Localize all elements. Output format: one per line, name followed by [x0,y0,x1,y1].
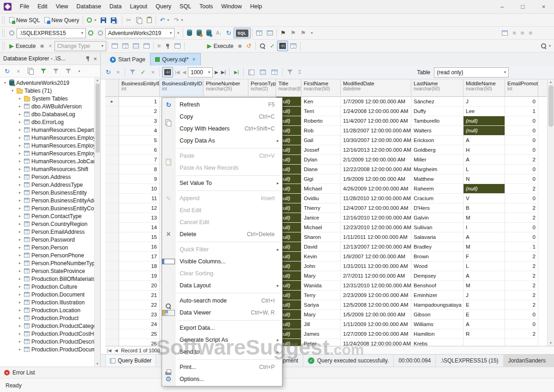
cancel-button[interactable]: × [46,41,54,51]
prev-bookmark-button[interactable]: ⚑ [298,28,308,38]
cell-last-name[interactable]: Duffy [411,107,464,116]
cell-business-entity-id[interactable]: 3 [119,116,160,126]
grid-vertical-scrollbar[interactable]: ▲ ▼ [547,79,554,346]
cell-email-promotion[interactable]: 2 [505,261,538,271]
cell-email-promotion[interactable]: 1 [505,107,538,116]
cell-business-entity-id[interactable]: 22 [119,300,160,310]
cell-business-entity-id[interactable]: 18 [119,261,160,271]
cell-modified-date[interactable]: 12/4/2007 12:00:00.000 AM [341,203,411,213]
database-refresh-button[interactable] [194,28,204,38]
discard-changes-button[interactable]: × [149,67,157,77]
cell-middle-name[interactable]: A [464,320,505,329]
cell-last-name[interactable]: Wood [411,261,464,271]
tree-item-person-countryregion[interactable]: ▸ Person.CountryRegion [0,220,95,228]
bookmark-dropdown-button[interactable]: ▾ [308,28,315,38]
cell-email-promotion[interactable]: 2 [505,291,538,300]
new-sql-button[interactable]: New SQL [7,15,42,25]
tree-item-person-businessentitycontact[interactable]: ▸ Person.BusinessEntityContact [0,204,95,212]
cell-business-entity-id[interactable]: 5 [119,136,160,145]
menu-data[interactable]: Data [105,0,126,13]
cell-last-name[interactable]: Galvin [411,213,464,223]
tree-item-person-phonenumbertype[interactable]: ▸ Person.PhoneNumberType [0,259,95,267]
apply-changes-button[interactable]: ✓ [138,67,148,77]
cell-first-name[interactable]: John [301,261,341,271]
cell-first-name[interactable]: Michael [301,223,341,232]
cell-first-name[interactable]: Ovidiu [301,194,341,203]
results-grid-button[interactable] [172,41,183,51]
cell-business-entity-id[interactable]: 8 [119,165,160,174]
layout-horizontal-button[interactable] [131,41,141,51]
cell-first-name[interactable]: Mary [301,310,341,320]
cell-first-name[interactable]: Thierry [301,203,341,213]
cell-email-promotion[interactable]: 0 [505,126,538,136]
cell-last-name[interactable]: Gibson [411,310,464,320]
cell-business-entity-id[interactable]: 10 [119,184,160,194]
column-header-businessentityid[interactable]: BusinessEntityID int [119,79,160,97]
database-dropdown-button[interactable]: ▾ [175,28,181,38]
cut-button[interactable]: ✂ [124,15,133,25]
redo-button[interactable]: ↷ ▾ [171,15,185,25]
tree-item-dbo-errorlog[interactable]: ▸ dbo.ErrorLog [0,118,95,126]
tree-item-system-tables[interactable]: ▸ System Tables [0,95,95,102]
cell-first-name[interactable]: Sariya [301,300,341,310]
row-header[interactable] [105,329,119,339]
new-query-button[interactable]: New Query [42,15,81,25]
column-header-phonenumber[interactable]: PhoneNumber nvarchar(25) [204,79,248,97]
database-combobox[interactable]: AdventureWorks2019 ▾ [105,28,175,38]
bookmark-button[interactable]: ⚑ [278,28,289,38]
save-button[interactable] [98,15,108,25]
cell-middle-name[interactable]: Lee [464,107,505,116]
chevron-right-icon[interactable]: ▸ [18,277,22,281]
cell-business-entity-id[interactable]: 12 [119,203,160,213]
cell-email-promotion[interactable]: 2 [505,252,538,261]
chevron-right-icon[interactable]: ▸ [18,159,22,163]
layout-tabbed-button[interactable] [141,41,152,51]
close-panel-icon[interactable]: × [93,55,97,62]
cell-last-name[interactable]: Krebs [411,339,464,346]
layout-vertical-button[interactable] [120,41,131,51]
toolbar-grip[interactable] [2,42,5,50]
cell-email-promotion[interactable]: 0 [505,223,538,232]
cell-email-promotion[interactable]: 2 [505,329,538,339]
connect-button[interactable]: ▾ [84,15,98,25]
tree-item-humanresources-department[interactable]: ▸ HumanResources.Department [0,126,95,134]
minimize-icon[interactable]: – [492,0,512,13]
row-header[interactable] [105,126,119,136]
cell-business-entity-id[interactable]: 20 [119,281,160,291]
cell-last-name[interactable]: Margheim [411,165,464,174]
compare-schemas-button[interactable] [254,28,265,38]
cell-modified-date[interactable]: 12/16/2013 12:00:00.000 AM [341,145,411,155]
aggregate-button[interactable]: Σ [296,67,303,77]
tree-item-production-billofmaterials[interactable]: ▸ Production.BillOfMaterials [0,275,95,283]
toolbar-grip[interactable] [2,29,5,37]
row-header[interactable] [105,213,119,223]
cell-email-promotion[interactable]: 0 [505,310,538,320]
row-header[interactable] [105,291,119,300]
column-header-lastname[interactable]: LastName nvarchar(50) [411,79,464,97]
explorer-delete-button[interactable]: × [14,66,23,77]
chevron-right-icon[interactable]: ▸ [18,206,22,210]
tree-item-humanresources-employeepayhistory[interactable]: ▸ HumanResources.EmployeePayHistory [0,149,95,157]
tab-start-page[interactable]: Start Page [105,53,150,65]
cell-middle-name[interactable]: E [464,310,505,320]
cell-modified-date[interactable]: 12/16/2010 12:00:00.000 AM [341,213,411,223]
chevron-right-icon[interactable]: ▸ [18,190,22,195]
table-view-button[interactable] [269,67,280,77]
cell-email-promotion[interactable]: 0 [505,174,538,184]
tree-item-person-businessentityaddress[interactable]: ▸ Person.BusinessEntityAddress [0,196,95,204]
context-menu-item-print[interactable]: Print... Ctrl+P [162,361,282,373]
chevron-right-icon[interactable]: ▸ [18,339,22,344]
cell-first-name[interactable]: Wanida [301,281,341,291]
cell-first-name[interactable]: David [301,242,341,252]
chevron-right-icon[interactable]: ▸ [18,292,22,297]
cell-modified-date[interactable]: 11/28/2007 12:00:00.000 AM [341,126,411,136]
chevron-right-icon[interactable]: ▸ [18,238,22,242]
cell-business-entity-id[interactable]: 17 [119,252,160,261]
cell-business-entity-id[interactable]: 23 [119,310,160,320]
column-header-title[interactable]: Title nvarchar(8) [276,79,301,97]
chevron-right-icon[interactable]: ▸ [18,300,22,304]
paste-button[interactable] [145,15,154,25]
cell-business-entity-id[interactable]: 11 [119,194,160,203]
cell-last-name[interactable]: Cracium [411,194,464,203]
search-button[interactable]: ▾ [538,41,553,51]
